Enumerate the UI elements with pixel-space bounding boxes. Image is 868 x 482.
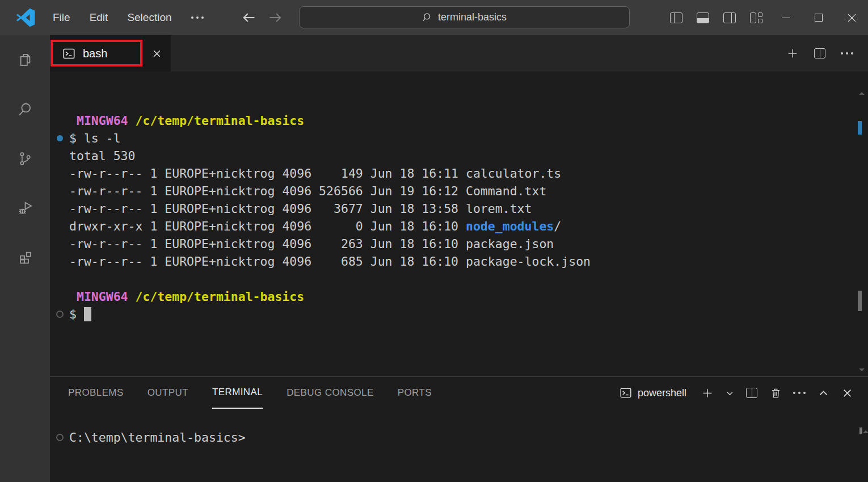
split-terminal-icon[interactable] (745, 387, 758, 399)
minimize-icon[interactable] (769, 0, 802, 35)
overview-bottom-marker (859, 368, 865, 371)
titlebar: File Edit Selection terminal-basics (0, 0, 868, 35)
panel-tab-ports[interactable]: PORTS (398, 377, 432, 409)
terminal-line: -rw-r--r-- 1 EUROPE+nicktrog 4096 149 Ju… (69, 165, 868, 182)
toggle-sidebar-icon[interactable] (663, 0, 689, 35)
tab-label: bash (83, 47, 150, 60)
panel-header: PROBLEMS OUTPUT TERMINAL DEBUG CONSOLE P… (50, 377, 868, 409)
toggle-panel-icon[interactable] (689, 0, 716, 35)
terminal-line: $ ls -l (69, 129, 868, 147)
toggle-secondary-sidebar-icon[interactable] (716, 0, 743, 35)
overview-top-marker (859, 92, 865, 95)
powershell-terminal-output[interactable]: C:\temp\terminal-basics> (50, 409, 868, 446)
terminal-line: -rw-r--r-- 1 EUROPE+nicktrog 4096 3677 J… (69, 200, 868, 217)
more-actions-icon[interactable] (841, 47, 853, 60)
panel-tab-output[interactable]: OUTPUT (148, 377, 188, 409)
close-tab-icon[interactable] (150, 47, 163, 60)
maximize-panel-icon[interactable] (817, 387, 829, 399)
extensions-icon[interactable] (0, 233, 50, 282)
vscode-logo (16, 8, 35, 27)
terminal-line: MINGW64 /c/temp/terminal-basics (69, 112, 868, 129)
explorer-icon[interactable] (0, 35, 50, 85)
menu-selection[interactable]: Selection (117, 11, 181, 24)
customize-layout-icon[interactable] (743, 0, 769, 35)
terminal-line: -rw-r--r-- 1 EUROPE+nicktrog 4096 526566… (69, 182, 868, 200)
command-decoration-pending-icon[interactable] (56, 311, 64, 318)
tab-bash[interactable]: bash (50, 35, 171, 72)
activity-bar (0, 35, 50, 482)
command-center-search[interactable]: terminal-basics (299, 6, 630, 28)
menu-edit[interactable]: Edit (80, 11, 118, 24)
terminal-instance-powershell[interactable]: powershell (620, 387, 686, 399)
new-terminal-icon[interactable] (786, 47, 799, 60)
bash-terminal-output[interactable]: MINGW64 /c/temp/terminal-basics$ ls -lto… (50, 72, 868, 376)
search-value: terminal-basics (438, 11, 507, 23)
terminal-cursor (84, 307, 91, 321)
vscode-window: File Edit Selection terminal-basics (0, 0, 868, 482)
new-terminal-icon[interactable] (701, 387, 714, 399)
search-icon (422, 12, 433, 23)
close-panel-icon[interactable] (841, 387, 853, 399)
terminal-line: total 530 (69, 147, 868, 165)
terminal-line (69, 270, 868, 288)
terminal-icon (620, 387, 632, 399)
bottom-panel: PROBLEMS OUTPUT TERMINAL DEBUG CONSOLE P… (50, 376, 868, 482)
overview-scrollbar-thumb[interactable] (858, 291, 862, 311)
close-icon[interactable] (835, 0, 868, 35)
command-decoration-pending-icon[interactable] (56, 434, 64, 441)
panel-overview-top-marker (863, 430, 868, 433)
forward-icon[interactable] (268, 10, 284, 26)
command-decoration-success-icon[interactable] (57, 135, 63, 141)
terminal-line: C:\temp\terminal-basics> (69, 429, 868, 446)
terminal-line (69, 94, 868, 112)
maximize-icon[interactable] (802, 0, 835, 35)
panel-tab-terminal[interactable]: TERMINAL (212, 377, 263, 409)
terminal-line: -rw-r--r-- 1 EUROPE+nicktrog 4096 263 Ju… (69, 235, 868, 253)
menubar: File Edit Selection (43, 0, 213, 35)
source-control-icon[interactable] (0, 134, 50, 183)
search-view-icon[interactable] (0, 85, 50, 134)
launch-profile-chevron-icon[interactable] (725, 387, 734, 399)
overview-command-marker (858, 121, 862, 135)
terminal-icon (62, 47, 75, 60)
shell-label: powershell (638, 387, 686, 399)
editor-tab-bar: bash (50, 35, 868, 72)
back-icon[interactable] (241, 10, 256, 26)
more-menus-icon[interactable] (182, 0, 213, 35)
panel-tab-debug-console[interactable]: DEBUG CONSOLE (286, 377, 374, 409)
terminal-line: $ (69, 305, 868, 323)
terminal-line: -rw-r--r-- 1 EUROPE+nicktrog 4096 685 Ju… (69, 253, 868, 270)
panel-overview-marker (859, 427, 862, 434)
kill-terminal-icon[interactable] (769, 387, 782, 399)
run-debug-icon[interactable] (0, 183, 50, 233)
panel-tab-problems[interactable]: PROBLEMS (68, 377, 124, 409)
more-actions-icon[interactable] (793, 387, 806, 399)
split-editor-icon[interactable] (814, 47, 826, 60)
menu-file[interactable]: File (43, 11, 80, 24)
terminal-line: drwxr-xr-x 1 EUROPE+nicktrog 4096 0 Jun … (69, 217, 868, 235)
terminal-line: MINGW64 /c/temp/terminal-basics (69, 288, 868, 305)
